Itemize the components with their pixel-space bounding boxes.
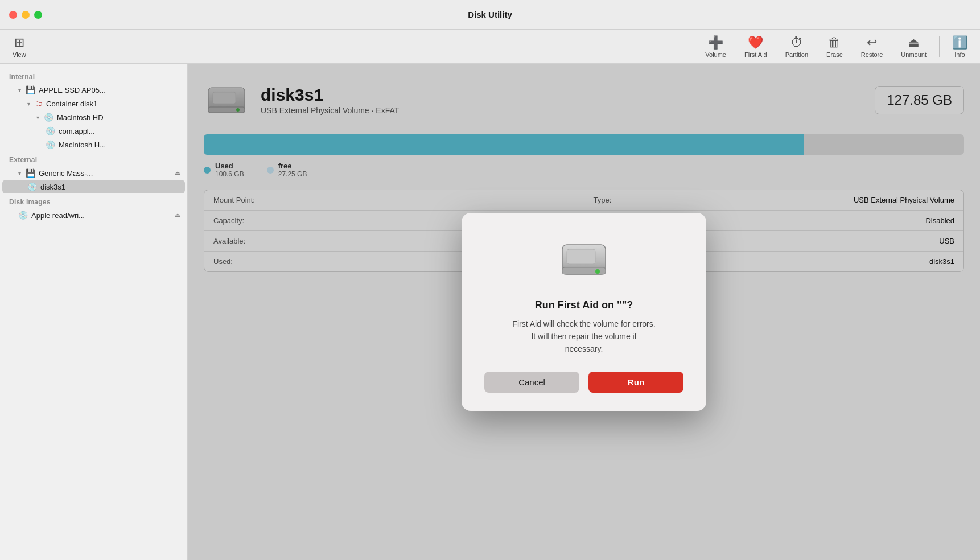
main-content: disk3s1 USB External Physical Volume · E…	[188, 64, 980, 560]
chevron-down-icon: ▾	[36, 114, 39, 121]
sidebar-item-macintosh-h2[interactable]: 💿 Macintosh H...	[2, 138, 185, 151]
disk-icon: 💿	[27, 182, 37, 191]
sidebar-item-disk3s1[interactable]: 💿 disk3s1	[2, 180, 185, 193]
chevron-down-icon: ▾	[18, 87, 21, 93]
titlebar: Disk Utility	[0, 0, 980, 30]
toolbar: ⊞ View ➕ Volume ❤️ First Aid ⏱ Partition…	[0, 30, 980, 64]
volume-button[interactable]: ➕ Volume	[697, 33, 734, 60]
sidebar-item-container-disk1[interactable]: ▾ 🗂 Container disk1	[2, 97, 185, 110]
eject-icon: ⏏	[175, 212, 180, 219]
modal-body-line3: necessary.	[565, 344, 603, 353]
close-button[interactable]	[9, 11, 17, 19]
unmount-button[interactable]: ⏏ Unmount	[893, 33, 934, 60]
sidebar: Internal ▾ 💾 APPLE SSD AP05... ▾ 🗂 Conta…	[0, 64, 188, 560]
restore-button[interactable]: ↩ Restore	[853, 33, 891, 60]
modal-overlay: Run First Aid on ""? First Aid will chec…	[188, 64, 980, 560]
sidebar-item-label: Apple read/wri...	[31, 211, 85, 220]
sidebar-item-macintosh-hd[interactable]: ▾ 💿 Macintosh HD	[2, 110, 185, 124]
disk-icon: 💿	[46, 126, 55, 135]
sidebar-item-com-appl[interactable]: 💿 com.appl...	[2, 124, 185, 138]
modal-title: Run First Aid on ""?	[535, 299, 633, 311]
modal-body: First Aid will check the volume for erro…	[512, 318, 655, 355]
sidebar-icon: ⊞	[14, 35, 24, 50]
first-aid-button[interactable]: ❤️ First Aid	[736, 33, 775, 60]
disk-images-section-label: Disk Images	[0, 193, 187, 208]
modal-body-line1: First Aid will check the volume for erro…	[512, 319, 655, 328]
sidebar-item-apple-ssd[interactable]: ▾ 💾 APPLE SSD AP05...	[2, 83, 185, 97]
toolbar-divider-2	[939, 36, 940, 57]
volume-icon: ➕	[708, 35, 723, 50]
first-aid-icon: ❤️	[748, 35, 763, 50]
run-button[interactable]: Run	[588, 372, 683, 393]
toolbar-view-group: ⊞ View	[5, 33, 34, 60]
container-icon: 🗂	[35, 99, 43, 108]
eject-icon: ⏏	[175, 170, 180, 177]
sidebar-item-label: disk3s1	[40, 183, 65, 191]
disk-icon: 💿	[46, 140, 55, 149]
unmount-icon: ⏏	[908, 35, 920, 50]
disk-icon: 💾	[26, 85, 35, 94]
info-button[interactable]: ℹ️ Info	[944, 33, 975, 60]
chevron-down-icon: ▾	[18, 170, 21, 176]
layout: Internal ▾ 💾 APPLE SSD AP05... ▾ 🗂 Conta…	[0, 64, 980, 560]
sidebar-item-label: Container disk1	[46, 100, 97, 108]
internal-section-label: Internal	[0, 68, 187, 83]
sidebar-item-apple-read[interactable]: 💿 Apple read/wri... ⏏	[2, 208, 185, 222]
restore-icon: ↩	[867, 35, 877, 50]
first-aid-modal: Run First Aid on ""? First Aid will chec…	[462, 213, 706, 410]
svg-rect-7	[567, 249, 595, 264]
sidebar-item-label: APPLE SSD AP05...	[39, 86, 106, 94]
view-button[interactable]: ⊞ View	[5, 33, 34, 60]
disk-icon: 💿	[44, 113, 53, 122]
modal-body-line2: It will then repair the volume if	[531, 332, 636, 341]
sidebar-item-label: com.appl...	[59, 127, 95, 135]
cancel-button[interactable]: Cancel	[484, 372, 579, 393]
external-section-label: External	[0, 151, 187, 166]
svg-point-6	[595, 269, 600, 274]
chevron-down-icon: ▾	[27, 101, 30, 107]
disk-icon: 💾	[26, 168, 35, 178]
maximize-button[interactable]	[34, 11, 42, 19]
sidebar-item-label: Macintosh HD	[57, 113, 104, 122]
erase-icon: 🗑	[828, 35, 841, 50]
sidebar-item-generic-mass[interactable]: ▾ 💾 Generic Mass-... ⏏	[2, 166, 185, 180]
app-title: Disk Utility	[468, 10, 512, 19]
info-icon: ℹ️	[952, 35, 967, 50]
modal-buttons: Cancel Run	[484, 372, 683, 393]
partition-icon: ⏱	[790, 35, 803, 50]
erase-button[interactable]: 🗑 Erase	[818, 33, 851, 60]
partition-button[interactable]: ⏱ Partition	[777, 33, 816, 60]
minimize-button[interactable]	[22, 11, 30, 19]
sidebar-item-label: Generic Mass-...	[39, 169, 93, 178]
modal-disk-icon	[555, 233, 612, 290]
window-controls	[0, 11, 42, 19]
sidebar-item-label: Macintosh H...	[59, 141, 106, 149]
disk-icon: 💿	[18, 211, 28, 220]
toolbar-divider-1	[48, 36, 48, 57]
